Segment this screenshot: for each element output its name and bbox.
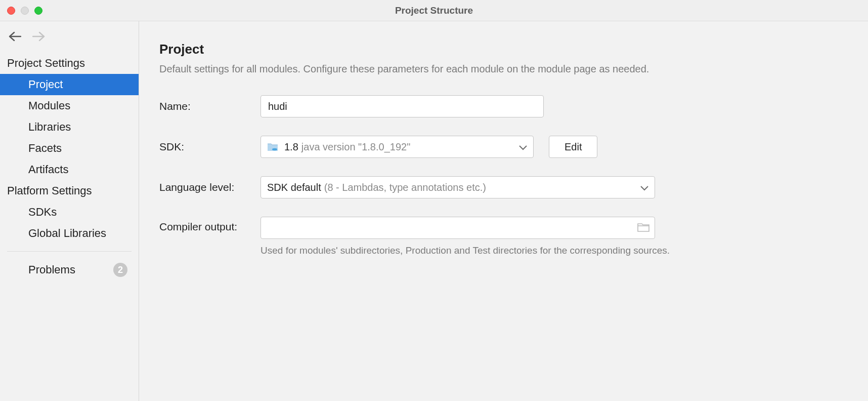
section-platform-settings: Platform Settings: [0, 180, 139, 202]
label-sdk: SDK:: [159, 141, 261, 153]
label-name: Name:: [159, 100, 261, 112]
problems-count-badge: 2: [113, 263, 127, 277]
sidebar-item-global-libraries[interactable]: Global Libraries: [0, 223, 139, 244]
forward-icon: [32, 30, 46, 45]
language-level-suffix: (8 - Lambdas, type annotations etc.): [324, 182, 486, 193]
compiler-output-field: [261, 217, 655, 239]
row-compiler-output: Compiler output: Used for modules' subdi…: [159, 217, 848, 256]
edit-sdk-button[interactable]: Edit: [549, 136, 597, 158]
sidebar-item-problems[interactable]: Problems 2: [0, 259, 139, 281]
sidebar-item-facets[interactable]: Facets: [0, 138, 139, 159]
sidebar-item-libraries[interactable]: Libraries: [0, 116, 139, 138]
label-compiler-output: Compiler output:: [159, 217, 261, 233]
page-description: Default settings for all modules. Config…: [159, 63, 848, 75]
maximize-icon[interactable]: [34, 7, 42, 15]
name-input[interactable]: [261, 95, 544, 117]
titlebar: Project Structure: [0, 0, 868, 21]
nav-arrows: [0, 26, 139, 53]
minimize-icon[interactable]: [21, 7, 29, 15]
close-icon[interactable]: [7, 7, 15, 15]
language-level-select[interactable]: SDK default (8 - Lambdas, type annotatio…: [261, 176, 655, 198]
sidebar-item-sdks[interactable]: SDKs: [0, 202, 139, 223]
chevron-down-icon: [519, 141, 527, 153]
sdk-select[interactable]: 1.8 java version "1.8.0_192": [261, 136, 534, 158]
main-panel: Project Default settings for all modules…: [139, 21, 868, 401]
window-title: Project Structure: [395, 5, 473, 16]
row-sdk: SDK: 1.8 java version "1.8.0_192" Edit: [159, 136, 848, 158]
language-level-value: SDK default: [267, 182, 321, 193]
divider: [7, 251, 132, 252]
folder-browse-icon[interactable]: [637, 222, 649, 234]
section-project-settings: Project Settings: [0, 53, 139, 74]
compiler-output-hint: Used for modules' subdirectories, Produc…: [261, 245, 670, 256]
sdk-value: 1.8: [284, 141, 298, 153]
window-controls: [7, 7, 42, 15]
label-language-level: Language level:: [159, 181, 261, 193]
back-icon[interactable]: [8, 30, 21, 45]
page-title: Project: [159, 42, 848, 57]
problems-label: Problems: [28, 263, 75, 276]
sidebar-item-modules[interactable]: Modules: [0, 95, 139, 116]
compiler-output-input[interactable]: [266, 217, 637, 238]
sidebar: Project Settings Project Modules Librari…: [0, 21, 139, 401]
jdk-folder-icon: [267, 142, 278, 151]
sidebar-item-project[interactable]: Project: [0, 74, 139, 95]
sdk-suffix: java version "1.8.0_192": [301, 141, 410, 153]
row-name: Name:: [159, 95, 848, 117]
sidebar-item-artifacts[interactable]: Artifacts: [0, 159, 139, 180]
chevron-down-icon: [640, 182, 648, 193]
row-language-level: Language level: SDK default (8 - Lambdas…: [159, 176, 848, 198]
svg-point-0: [272, 148, 277, 150]
